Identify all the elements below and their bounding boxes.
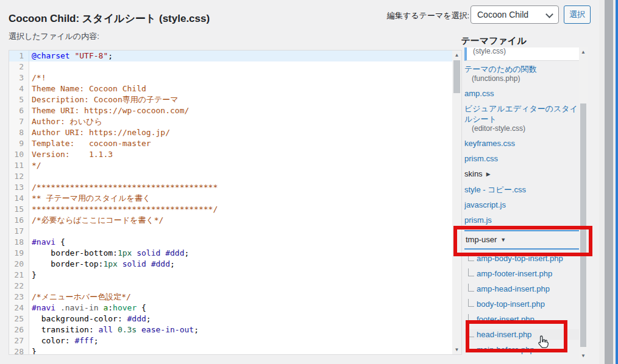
file-link-ビジュアルエディターのスタイルシート[interactable]: ビジュアルエディターのスタイルシート [464,104,578,124]
code-lines[interactable]: 1@charset "UTF-8";23/*!4Theme Name: Coco… [9,51,452,354]
code-line[interactable]: 19 border-bottom:1px solid #ddd; [9,248,452,259]
code-line[interactable]: 7Author: わいひら [9,116,452,127]
file-link-keyframes.css[interactable]: keyframes.css [464,139,515,148]
scroll-up-icon[interactable]: ▲ [579,47,588,57]
file-item: head-insert.php [464,329,579,340]
code-line[interactable]: 14** 子テーマ用のスタイルを書く [9,193,452,204]
line-number: 13 [9,182,29,193]
file-link-amp-body-top-insert.php[interactable]: amp-body-top-insert.php [477,254,563,263]
file-item: テーマのための関数(functions.php) [464,64,579,83]
code-line[interactable]: 6Theme URI: https://wp-cocoon.com/ [9,105,452,116]
line-number: 18 [9,237,29,248]
code-line[interactable]: 12 [9,171,452,182]
code-line[interactable]: 9Template: cocoon-master [9,138,452,149]
file-link-amp.css[interactable]: amp.css [464,89,494,98]
tree-connector-icon [468,299,474,307]
line-number: 4 [9,83,29,94]
code-line[interactable]: 5Description: Cocoon専用の子テーマ [9,94,452,105]
code-line[interactable]: 20 border-top:1px solid #ddd; [9,259,452,270]
code-line[interactable]: 17 [9,226,452,237]
file-item: style - コピー.css [464,184,579,195]
file-item: keyframes.css [464,138,579,149]
file-link-prism.css[interactable]: prism.css [464,154,498,163]
code-line[interactable]: 23/*メニューホバー色設定*/ [9,292,452,303]
code-line[interactable]: 8Author URI: https://nelog.jp/ [9,127,452,138]
file-link-amp-footer-insert.php[interactable]: amp-footer-insert.php [477,269,552,278]
line-number: 15 [9,204,29,215]
window-edge [616,0,618,364]
theme-files-heading: テーマファイル [402,35,585,47]
line-number: 2 [9,61,29,72]
scroll-up-icon[interactable]: ▲ [452,51,461,60]
chevron-down-icon [545,10,553,18]
line-number: 25 [9,313,29,324]
theme-select[interactable]: Cocoon Child [471,5,559,24]
editor-scrollbar-thumb[interactable] [453,60,460,93]
line-number: 20 [9,259,29,270]
page-scrollbar-thumb[interactable] [605,0,613,364]
sidebar-scrollbar[interactable]: ▲ ▼ [579,47,588,360]
line-number: 22 [9,281,29,292]
line-number: 12 [9,171,29,182]
sidebar-scrollbar-thumb[interactable] [580,103,586,347]
folder-label: skins [464,169,483,178]
theme-select-button[interactable]: 選択 [564,5,591,24]
folder-tmp-user[interactable]: tmp-user▼ [464,230,579,250]
file-link-head-insert.php[interactable]: head-insert.php [477,330,531,339]
line-number: 7 [9,116,29,127]
code-line[interactable]: 26 transition: all 0.3s ease-in-out; [9,324,452,335]
file-link-テーマのための関数[interactable]: テーマのための関数 [464,65,537,74]
code-line[interactable]: 10Version: 1.1.3 [9,149,452,160]
code-line[interactable]: 25 background-color: #ddd; [9,313,452,324]
line-number: 9 [9,138,29,149]
line-number: 3 [9,72,29,83]
line-number: 17 [9,226,29,237]
file-item: amp-footer-insert.php [464,268,579,279]
file-content-label: 選択したファイルの内容: [9,31,99,42]
code-line[interactable]: 18#navi { [9,237,452,248]
line-number: 10 [9,149,29,160]
scroll-down-icon[interactable]: ▼ [452,345,461,354]
code-line[interactable]: 4Theme Name: Cocoon Child [9,83,452,94]
code-line[interactable]: 15**************************************… [9,204,452,215]
code-line[interactable]: 13/*************************************… [9,182,452,193]
file-link-javascript.js[interactable]: javascript.js [464,200,506,209]
tree-connector-icon [468,314,474,322]
selected-file-row[interactable]: (style.css) [464,47,579,61]
file-link-footer-insert.php[interactable]: footer-insert.php [477,315,535,324]
theme-file-items: テーマのための関数(functions.php)amp.cssビジュアルエディタ… [464,64,579,355]
theme-editor-page: Cocoon Child: スタイルシート (style.css) 編集するテー… [0,0,618,364]
line-number: 24 [9,303,29,313]
tree-connector-icon [468,253,474,261]
selected-file-desc: (style.css) [473,47,579,56]
theme-selector-label: 編集するテーマを選択: [387,10,469,21]
file-desc: (functions.php) [464,74,579,83]
code-line[interactable]: 28} [9,346,452,354]
code-line[interactable]: 21} [9,270,452,281]
code-line[interactable]: 3/*! [9,72,452,83]
file-link-prism.js[interactable]: prism.js [464,215,492,225]
line-number: 21 [9,270,29,281]
code-line[interactable]: 16/*必要ならばここにコードを書く*/ [9,215,452,226]
editor-scrollbar[interactable]: ▲ ▼ [452,51,461,354]
code-line[interactable]: 24#navi .navi-in a:hover { [9,303,452,313]
line-number: 27 [9,335,29,346]
tree-connector-icon [468,329,474,337]
code-line[interactable]: 1@charset "UTF-8"; [9,51,452,61]
folder-skins[interactable]: skins▶ [464,169,579,180]
code-line[interactable]: 22 [9,281,452,292]
file-link-style - コピー.css[interactable]: style - コピー.css [464,185,526,194]
line-number: 23 [9,292,29,303]
line-number: 19 [9,248,29,259]
file-link-main-before.php[interactable]: main-before.php [477,345,535,354]
code-editor[interactable]: 1@charset "UTF-8";23/*!4Theme Name: Coco… [9,50,462,355]
code-line[interactable]: 11*/ [9,160,452,171]
page-title: Cocoon Child: スタイルシート (style.css) [9,12,210,26]
file-link-amp-head-insert.php[interactable]: amp-head-insert.php [477,284,550,293]
scroll-down-icon[interactable]: ▼ [579,351,588,360]
code-line[interactable]: 27 color: #fff; [9,335,452,346]
code-line[interactable]: 2 [9,61,452,72]
file-item: prism.js [464,215,579,225]
file-link-body-top-insert.php[interactable]: body-top-insert.php [477,299,545,309]
line-number: 14 [9,193,29,204]
